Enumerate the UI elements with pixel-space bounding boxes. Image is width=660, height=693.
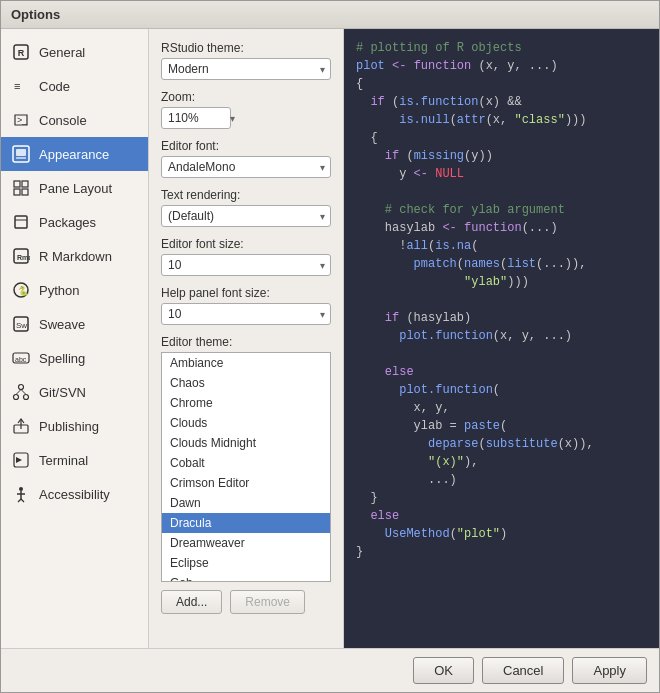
theme-item-clouds[interactable]: Clouds (162, 413, 330, 433)
title-bar: Options (1, 1, 659, 29)
editor-font-select[interactable]: AndaleMonoCourier NewMonacoConsolas (161, 156, 331, 178)
sidebar-item-terminal[interactable]: Terminal (1, 443, 148, 477)
sidebar-icon-code: ≡ (11, 76, 31, 96)
sidebar-icon-terminal (11, 450, 31, 470)
code-line: { (356, 75, 647, 93)
sidebar-label-spelling: Spelling (39, 351, 85, 366)
code-line: if (is.function(x) && (356, 93, 647, 111)
sidebar-label-sweave: Sweave (39, 317, 85, 332)
editor-theme-label: Editor theme: (161, 335, 331, 349)
code-line: !all(is.na( (356, 237, 647, 255)
sidebar-item-sweave[interactable]: Sw Sweave (1, 307, 148, 341)
content-area: R General ≡ Code >_ Console Appearance P… (1, 29, 659, 648)
add-theme-button[interactable]: Add... (161, 590, 222, 614)
sidebar-icon-python: 🐍 (11, 280, 31, 300)
sidebar-item-code[interactable]: ≡ Code (1, 69, 148, 103)
zoom-label: Zoom: (161, 90, 331, 104)
code-line: } (356, 543, 647, 561)
sidebar-label-terminal: Terminal (39, 453, 88, 468)
theme-item-eclipse[interactable]: Eclipse (162, 553, 330, 573)
sidebar-item-accessibility[interactable]: Accessibility (1, 477, 148, 511)
zoom-select[interactable]: 75%80%90%100%110%125%150%175%200% (161, 107, 231, 129)
theme-item-dreamweaver[interactable]: Dreamweaver (162, 533, 330, 553)
theme-item-chrome[interactable]: Chrome (162, 393, 330, 413)
code-line: ylab = paste( (356, 417, 647, 435)
rstudio-theme-select[interactable]: ClassicModernSky (161, 58, 331, 80)
sidebar-item-pane-layout[interactable]: Pane Layout (1, 171, 148, 205)
sidebar-item-console[interactable]: >_ Console (1, 103, 148, 137)
help-font-size-group: Help panel font size: 891011121416 ▾ (161, 286, 331, 325)
help-font-size-label: Help panel font size: (161, 286, 331, 300)
svg-line-25 (16, 390, 21, 395)
apply-button[interactable]: Apply (572, 657, 647, 684)
svg-rect-8 (14, 181, 20, 187)
sidebar-item-publishing[interactable]: Publishing (1, 409, 148, 443)
zoom-wrapper: 75%80%90%100%110%125%150%175%200% ▾ (161, 107, 241, 129)
editor-font-size-wrapper: 89101112141618 ▾ (161, 254, 331, 276)
rstudio-theme-label: RStudio theme: (161, 41, 331, 55)
sidebar-item-packages[interactable]: Packages (1, 205, 148, 239)
theme-list[interactable]: AmbianceChaosChromeCloudsClouds Midnight… (161, 352, 331, 582)
theme-item-gob[interactable]: Gob (162, 573, 330, 582)
sidebar-icon-git-svn (11, 382, 31, 402)
sidebar-label-code: Code (39, 79, 70, 94)
help-font-size-wrapper: 891011121416 ▾ (161, 303, 331, 325)
code-line: { (356, 129, 647, 147)
theme-item-cobalt[interactable]: Cobalt (162, 453, 330, 473)
remove-theme-button[interactable]: Remove (230, 590, 305, 614)
sidebar-item-spelling[interactable]: abc Spelling (1, 341, 148, 375)
svg-text:≡: ≡ (14, 80, 20, 92)
sidebar-item-git-svn[interactable]: Git/SVN (1, 375, 148, 409)
editor-font-group: Editor font: AndaleMonoCourier NewMonaco… (161, 139, 331, 178)
svg-text:abc: abc (15, 356, 27, 363)
theme-item-chaos[interactable]: Chaos (162, 373, 330, 393)
code-line: if (missing(y)) (356, 147, 647, 165)
svg-line-34 (18, 499, 21, 502)
svg-text:🐍: 🐍 (18, 285, 30, 297)
sidebar-item-general[interactable]: R General (1, 35, 148, 69)
editor-font-label: Editor font: (161, 139, 331, 153)
theme-item-crimson-editor[interactable]: Crimson Editor (162, 473, 330, 493)
svg-text:R: R (18, 48, 25, 58)
editor-theme-group: Editor theme: AmbianceChaosChromeCloudsC… (161, 335, 331, 614)
window-title: Options (11, 7, 60, 22)
sidebar-label-general: General (39, 45, 85, 60)
options-window: Options R General ≡ Code >_ Console Appe… (0, 0, 660, 693)
code-line: } (356, 489, 647, 507)
theme-item-dawn[interactable]: Dawn (162, 493, 330, 513)
code-line: plot.function(x, y, ...) (356, 327, 647, 345)
help-font-size-select[interactable]: 891011121416 (161, 303, 331, 325)
cancel-button[interactable]: Cancel (482, 657, 564, 684)
sidebar-label-packages: Packages (39, 215, 96, 230)
theme-item-ambiance[interactable]: Ambiance (162, 353, 330, 373)
sidebar-icon-general: R (11, 42, 31, 62)
ok-button[interactable]: OK (413, 657, 474, 684)
editor-font-size-select[interactable]: 89101112141618 (161, 254, 331, 276)
editor-font-size-group: Editor font size: 89101112141618 ▾ (161, 237, 331, 276)
sidebar-icon-pane-layout (11, 178, 31, 198)
editor-font-size-label: Editor font size: (161, 237, 331, 251)
sidebar-icon-packages (11, 212, 31, 232)
theme-buttons: Add... Remove (161, 590, 331, 614)
text-rendering-select[interactable]: (Default)LightMediumDark (161, 205, 331, 227)
theme-item-clouds-midnight[interactable]: Clouds Midnight (162, 433, 330, 453)
code-line: plot.function( (356, 381, 647, 399)
text-rendering-group: Text rendering: (Default)LightMediumDark… (161, 188, 331, 227)
text-rendering-label: Text rendering: (161, 188, 331, 202)
code-line: deparse(substitute(x)), (356, 435, 647, 453)
sidebar-item-python[interactable]: 🐍 Python (1, 273, 148, 307)
sidebar-label-python: Python (39, 283, 79, 298)
svg-rect-9 (22, 181, 28, 187)
sidebar-icon-appearance (11, 144, 31, 164)
theme-item-dracula[interactable]: Dracula (162, 513, 330, 533)
sidebar-icon-sweave: Sw (11, 314, 31, 334)
code-line: "(x)"), (356, 453, 647, 471)
sidebar-item-r-markdown[interactable]: Rmd R Markdown (1, 239, 148, 273)
code-line: "ylab"))) (356, 273, 647, 291)
sidebar-item-appearance[interactable]: Appearance (1, 137, 148, 171)
sidebar-icon-console: >_ (11, 110, 31, 130)
svg-text:Rmd: Rmd (17, 254, 30, 261)
svg-rect-12 (15, 216, 27, 228)
sidebar-label-console: Console (39, 113, 87, 128)
svg-rect-11 (22, 189, 28, 195)
